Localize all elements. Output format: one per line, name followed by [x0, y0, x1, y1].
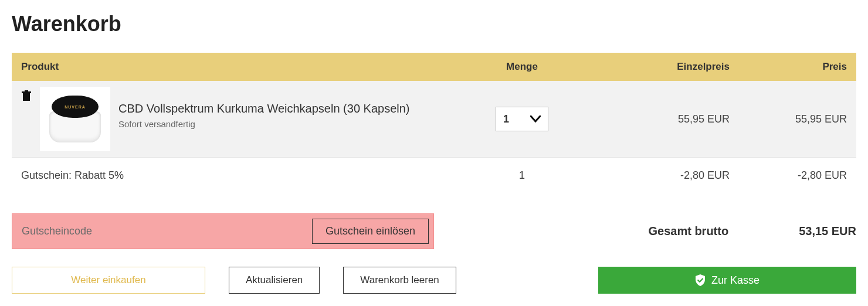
product-image: NUVERA: [40, 87, 110, 151]
cart-row-coupon: Gutschein: Rabatt 5% 1 -2,80 EUR -2,80 E…: [12, 158, 856, 194]
product-brand: NUVERA: [52, 96, 98, 118]
chevron-down-icon: [530, 113, 541, 125]
cart-table: Produkt Menge Einzelpreis Preis NUVERA: [12, 53, 856, 193]
product-unit-price: 55,95 EUR: [575, 81, 739, 158]
shield-check-icon: [695, 274, 706, 286]
totals: Gesamt brutto 53,15 EUR: [648, 225, 856, 238]
quantity-select[interactable]: 1: [496, 107, 548, 131]
svg-rect-0: [23, 93, 30, 101]
quantity-value: 1: [503, 113, 509, 125]
coupon-line-unit-price: -2,80 EUR: [575, 158, 739, 194]
total-label: Gesamt brutto: [648, 225, 728, 238]
col-header-product: Produkt: [12, 53, 469, 81]
product-stock: Sofort versandfertig: [118, 119, 410, 129]
total-value: 53,15 EUR: [799, 225, 856, 238]
coupon-box: Gutschein einlösen: [12, 213, 434, 249]
product-price: 55,95 EUR: [739, 81, 856, 158]
update-cart-button[interactable]: Aktualisieren: [229, 267, 320, 294]
redeem-coupon-button[interactable]: Gutschein einlösen: [312, 219, 429, 244]
cart-row-product: NUVERA CBD Vollspektrum Kurkuma Weichkap…: [12, 81, 856, 158]
col-header-price: Preis: [739, 53, 856, 81]
svg-rect-2: [25, 90, 28, 91]
checkout-label: Zur Kasse: [711, 274, 760, 287]
page-title: Warenkorb: [12, 12, 856, 36]
svg-rect-1: [22, 91, 31, 93]
clear-cart-button[interactable]: Warenkorb leeren: [343, 267, 456, 294]
checkout-button[interactable]: Zur Kasse: [598, 267, 856, 294]
delete-icon[interactable]: [21, 90, 32, 104]
col-header-unit-price: Einzelpreis: [575, 53, 739, 81]
coupon-line-label: Gutschein: Rabatt 5%: [12, 158, 469, 194]
coupon-code-input[interactable]: [17, 219, 312, 244]
coupon-line-qty: 1: [469, 158, 575, 194]
col-header-qty: Menge: [469, 53, 575, 81]
coupon-line-price: -2,80 EUR: [739, 158, 856, 194]
continue-shopping-button[interactable]: Weiter einkaufen: [12, 267, 205, 294]
product-name[interactable]: CBD Vollspektrum Kurkuma Weichkapseln (3…: [118, 102, 410, 115]
